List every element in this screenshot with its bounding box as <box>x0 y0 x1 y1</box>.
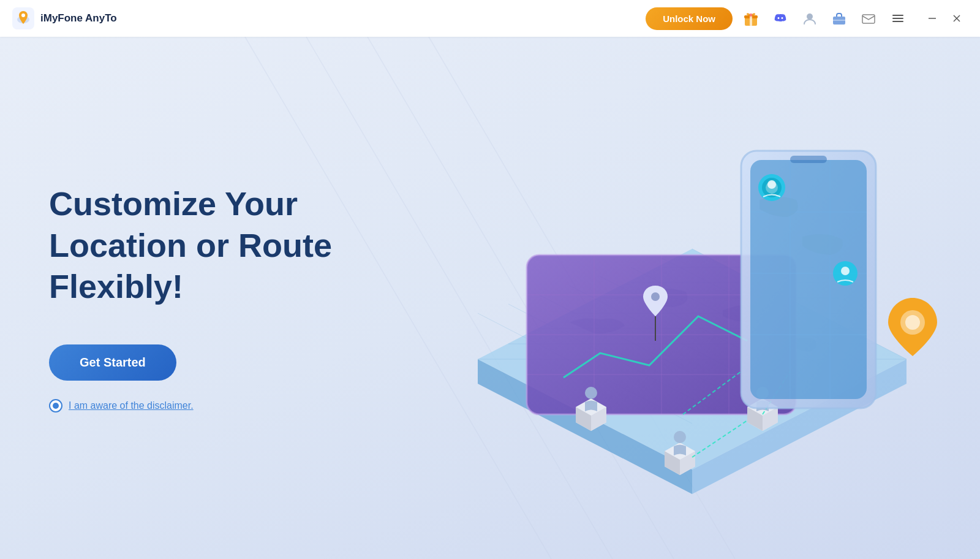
mail-icon-button[interactable] <box>858 7 880 29</box>
hero-illustration <box>398 53 980 543</box>
svg-point-7 <box>807 13 813 20</box>
svg-point-35 <box>841 267 850 275</box>
window-controls <box>921 7 968 29</box>
user-icon <box>802 10 818 26</box>
app-logo-section: iMyFone AnyTo <box>12 7 117 29</box>
mail-icon <box>861 10 876 26</box>
menu-icon <box>891 12 905 25</box>
disclaimer-radio-inner <box>53 403 59 409</box>
disclaimer-text[interactable]: I am aware of the disclaimer. <box>69 400 194 411</box>
menu-icon-button[interactable] <box>887 7 909 29</box>
gift-icon-button[interactable] <box>740 7 762 29</box>
app-title: iMyFone AnyTo <box>40 12 117 25</box>
close-button[interactable] <box>946 7 968 29</box>
minimize-button[interactable] <box>921 7 943 29</box>
titlebar: iMyFone AnyTo Unlock Now <box>0 0 980 37</box>
svg-point-25 <box>585 387 597 399</box>
main-content: Customize Your Location or Route Flexibl… <box>0 37 980 559</box>
hero-title: Customize Your Location or Route Flexibl… <box>49 183 332 308</box>
hero-section: Customize Your Location or Route Flexibl… <box>0 183 332 413</box>
discord-icon-button[interactable] <box>769 7 791 29</box>
svg-point-27 <box>674 431 686 443</box>
svg-point-22 <box>651 292 660 301</box>
illustration-svg <box>398 53 980 543</box>
svg-point-2 <box>21 13 25 17</box>
unlock-now-button[interactable]: Unlock Now <box>646 7 733 30</box>
discord-icon <box>772 10 788 26</box>
svg-rect-10 <box>862 15 875 23</box>
close-icon <box>952 13 962 23</box>
bag-icon <box>831 10 847 26</box>
titlebar-actions: Unlock Now <box>646 7 968 30</box>
user-icon-button[interactable] <box>799 7 821 29</box>
minimize-icon <box>927 13 937 23</box>
get-started-button[interactable]: Get Started <box>49 344 176 381</box>
disclaimer-radio[interactable] <box>49 399 62 413</box>
svg-rect-5 <box>750 15 752 26</box>
disclaimer-row[interactable]: I am aware of the disclaimer. <box>49 399 332 413</box>
gift-icon <box>743 10 759 26</box>
svg-rect-6 <box>750 13 752 17</box>
svg-point-33 <box>767 180 776 189</box>
svg-rect-37 <box>790 156 827 163</box>
app-logo-icon <box>12 7 34 29</box>
svg-point-39 <box>905 315 920 330</box>
bag-icon-button[interactable] <box>828 7 850 29</box>
